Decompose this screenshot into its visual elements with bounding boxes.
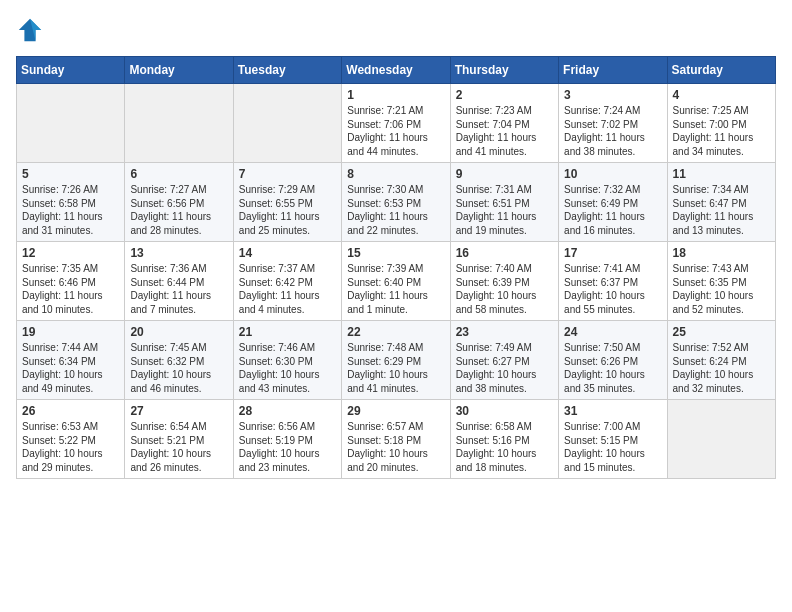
calendar-cell: 29Sunrise: 6:57 AM Sunset: 5:18 PM Dayli… — [342, 400, 450, 479]
calendar-cell: 15Sunrise: 7:39 AM Sunset: 6:40 PM Dayli… — [342, 242, 450, 321]
page-header — [16, 16, 776, 44]
day-number: 5 — [22, 167, 119, 181]
cell-info: Sunrise: 7:36 AM Sunset: 6:44 PM Dayligh… — [130, 262, 227, 316]
calendar-cell: 10Sunrise: 7:32 AM Sunset: 6:49 PM Dayli… — [559, 163, 667, 242]
day-number: 15 — [347, 246, 444, 260]
cell-info: Sunrise: 7:00 AM Sunset: 5:15 PM Dayligh… — [564, 420, 661, 474]
calendar-cell: 30Sunrise: 6:58 AM Sunset: 5:16 PM Dayli… — [450, 400, 558, 479]
calendar-cell — [17, 84, 125, 163]
day-number: 24 — [564, 325, 661, 339]
cell-info: Sunrise: 6:56 AM Sunset: 5:19 PM Dayligh… — [239, 420, 336, 474]
cell-info: Sunrise: 7:40 AM Sunset: 6:39 PM Dayligh… — [456, 262, 553, 316]
day-number: 2 — [456, 88, 553, 102]
calendar-week-1: 1Sunrise: 7:21 AM Sunset: 7:06 PM Daylig… — [17, 84, 776, 163]
cell-info: Sunrise: 7:50 AM Sunset: 6:26 PM Dayligh… — [564, 341, 661, 395]
day-number: 13 — [130, 246, 227, 260]
calendar-week-5: 26Sunrise: 6:53 AM Sunset: 5:22 PM Dayli… — [17, 400, 776, 479]
day-number: 16 — [456, 246, 553, 260]
day-number: 3 — [564, 88, 661, 102]
cell-info: Sunrise: 7:29 AM Sunset: 6:55 PM Dayligh… — [239, 183, 336, 237]
calendar-cell: 7Sunrise: 7:29 AM Sunset: 6:55 PM Daylig… — [233, 163, 341, 242]
calendar-cell: 25Sunrise: 7:52 AM Sunset: 6:24 PM Dayli… — [667, 321, 775, 400]
calendar-cell — [667, 400, 775, 479]
calendar-cell: 4Sunrise: 7:25 AM Sunset: 7:00 PM Daylig… — [667, 84, 775, 163]
calendar-cell: 21Sunrise: 7:46 AM Sunset: 6:30 PM Dayli… — [233, 321, 341, 400]
calendar-cell: 3Sunrise: 7:24 AM Sunset: 7:02 PM Daylig… — [559, 84, 667, 163]
day-number: 27 — [130, 404, 227, 418]
day-number: 4 — [673, 88, 770, 102]
calendar-cell: 18Sunrise: 7:43 AM Sunset: 6:35 PM Dayli… — [667, 242, 775, 321]
calendar-cell: 6Sunrise: 7:27 AM Sunset: 6:56 PM Daylig… — [125, 163, 233, 242]
day-number: 12 — [22, 246, 119, 260]
logo-icon — [16, 16, 44, 44]
calendar-cell: 31Sunrise: 7:00 AM Sunset: 5:15 PM Dayli… — [559, 400, 667, 479]
calendar-cell — [125, 84, 233, 163]
weekday-header-sunday: Sunday — [17, 57, 125, 84]
calendar-cell: 13Sunrise: 7:36 AM Sunset: 6:44 PM Dayli… — [125, 242, 233, 321]
day-number: 6 — [130, 167, 227, 181]
cell-info: Sunrise: 7:24 AM Sunset: 7:02 PM Dayligh… — [564, 104, 661, 158]
day-number: 25 — [673, 325, 770, 339]
cell-info: Sunrise: 7:23 AM Sunset: 7:04 PM Dayligh… — [456, 104, 553, 158]
cell-info: Sunrise: 6:54 AM Sunset: 5:21 PM Dayligh… — [130, 420, 227, 474]
cell-info: Sunrise: 7:31 AM Sunset: 6:51 PM Dayligh… — [456, 183, 553, 237]
cell-info: Sunrise: 7:46 AM Sunset: 6:30 PM Dayligh… — [239, 341, 336, 395]
day-number: 26 — [22, 404, 119, 418]
day-number: 31 — [564, 404, 661, 418]
day-number: 11 — [673, 167, 770, 181]
weekday-header-thursday: Thursday — [450, 57, 558, 84]
day-number: 22 — [347, 325, 444, 339]
day-number: 17 — [564, 246, 661, 260]
calendar-table: SundayMondayTuesdayWednesdayThursdayFrid… — [16, 56, 776, 479]
day-number: 30 — [456, 404, 553, 418]
day-number: 29 — [347, 404, 444, 418]
calendar-cell: 17Sunrise: 7:41 AM Sunset: 6:37 PM Dayli… — [559, 242, 667, 321]
calendar-cell: 1Sunrise: 7:21 AM Sunset: 7:06 PM Daylig… — [342, 84, 450, 163]
cell-info: Sunrise: 6:58 AM Sunset: 5:16 PM Dayligh… — [456, 420, 553, 474]
calendar-cell: 2Sunrise: 7:23 AM Sunset: 7:04 PM Daylig… — [450, 84, 558, 163]
calendar-cell: 9Sunrise: 7:31 AM Sunset: 6:51 PM Daylig… — [450, 163, 558, 242]
day-number: 18 — [673, 246, 770, 260]
day-number: 7 — [239, 167, 336, 181]
cell-info: Sunrise: 7:41 AM Sunset: 6:37 PM Dayligh… — [564, 262, 661, 316]
calendar-cell: 19Sunrise: 7:44 AM Sunset: 6:34 PM Dayli… — [17, 321, 125, 400]
day-number: 8 — [347, 167, 444, 181]
cell-info: Sunrise: 7:25 AM Sunset: 7:00 PM Dayligh… — [673, 104, 770, 158]
logo — [16, 16, 48, 44]
cell-info: Sunrise: 6:53 AM Sunset: 5:22 PM Dayligh… — [22, 420, 119, 474]
cell-info: Sunrise: 7:27 AM Sunset: 6:56 PM Dayligh… — [130, 183, 227, 237]
weekday-header-wednesday: Wednesday — [342, 57, 450, 84]
calendar-cell — [233, 84, 341, 163]
calendar-cell: 22Sunrise: 7:48 AM Sunset: 6:29 PM Dayli… — [342, 321, 450, 400]
cell-info: Sunrise: 7:43 AM Sunset: 6:35 PM Dayligh… — [673, 262, 770, 316]
cell-info: Sunrise: 7:48 AM Sunset: 6:29 PM Dayligh… — [347, 341, 444, 395]
calendar-cell: 12Sunrise: 7:35 AM Sunset: 6:46 PM Dayli… — [17, 242, 125, 321]
cell-info: Sunrise: 7:39 AM Sunset: 6:40 PM Dayligh… — [347, 262, 444, 316]
calendar-cell: 27Sunrise: 6:54 AM Sunset: 5:21 PM Dayli… — [125, 400, 233, 479]
calendar-cell: 26Sunrise: 6:53 AM Sunset: 5:22 PM Dayli… — [17, 400, 125, 479]
calendar-week-4: 19Sunrise: 7:44 AM Sunset: 6:34 PM Dayli… — [17, 321, 776, 400]
weekday-header-tuesday: Tuesday — [233, 57, 341, 84]
calendar-cell: 23Sunrise: 7:49 AM Sunset: 6:27 PM Dayli… — [450, 321, 558, 400]
calendar-cell: 8Sunrise: 7:30 AM Sunset: 6:53 PM Daylig… — [342, 163, 450, 242]
cell-info: Sunrise: 6:57 AM Sunset: 5:18 PM Dayligh… — [347, 420, 444, 474]
weekday-header-monday: Monday — [125, 57, 233, 84]
cell-info: Sunrise: 7:34 AM Sunset: 6:47 PM Dayligh… — [673, 183, 770, 237]
weekday-header-saturday: Saturday — [667, 57, 775, 84]
day-number: 14 — [239, 246, 336, 260]
calendar-cell: 11Sunrise: 7:34 AM Sunset: 6:47 PM Dayli… — [667, 163, 775, 242]
day-number: 19 — [22, 325, 119, 339]
day-number: 9 — [456, 167, 553, 181]
cell-info: Sunrise: 7:49 AM Sunset: 6:27 PM Dayligh… — [456, 341, 553, 395]
calendar-cell: 16Sunrise: 7:40 AM Sunset: 6:39 PM Dayli… — [450, 242, 558, 321]
calendar-week-3: 12Sunrise: 7:35 AM Sunset: 6:46 PM Dayli… — [17, 242, 776, 321]
day-number: 28 — [239, 404, 336, 418]
day-number: 21 — [239, 325, 336, 339]
weekday-header-friday: Friday — [559, 57, 667, 84]
cell-info: Sunrise: 7:30 AM Sunset: 6:53 PM Dayligh… — [347, 183, 444, 237]
cell-info: Sunrise: 7:26 AM Sunset: 6:58 PM Dayligh… — [22, 183, 119, 237]
cell-info: Sunrise: 7:45 AM Sunset: 6:32 PM Dayligh… — [130, 341, 227, 395]
day-number: 23 — [456, 325, 553, 339]
cell-info: Sunrise: 7:37 AM Sunset: 6:42 PM Dayligh… — [239, 262, 336, 316]
calendar-cell: 28Sunrise: 6:56 AM Sunset: 5:19 PM Dayli… — [233, 400, 341, 479]
